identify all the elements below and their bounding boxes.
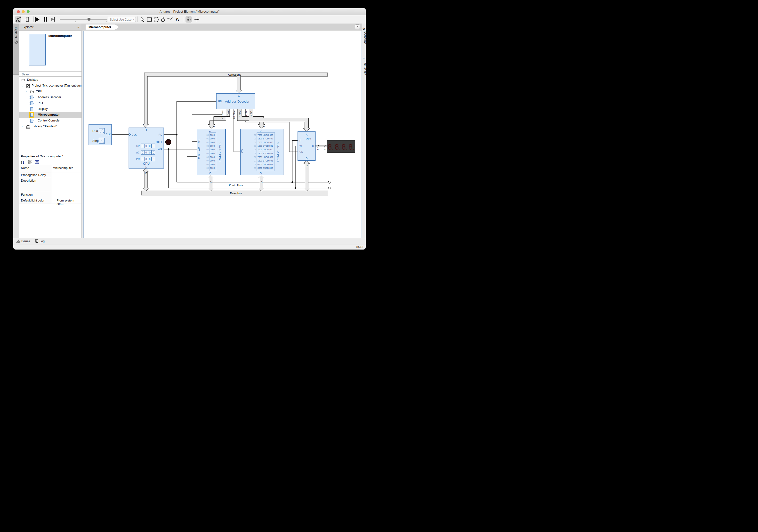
chip-view-button[interactable] (24, 16, 31, 22)
pio-block[interactable]: A PIO R W CS O D (298, 132, 316, 160)
terminal-rd[interactable] (328, 181, 330, 183)
window-title: Antares - Project Element "Microcomputer… (13, 10, 366, 13)
ram-pin-d: D (209, 172, 212, 174)
search-input[interactable] (19, 71, 82, 77)
tree-item-desktop[interactable]: Desktop (19, 77, 82, 83)
tree-item-label: Project "Microcomputer (Tannenbaum (32, 84, 82, 87)
tab-scenarios[interactable]: Scenarios (362, 31, 366, 44)
svg-text:0: 0 (149, 145, 150, 147)
svg-text:09: 09 (206, 167, 209, 169)
property-value-description[interactable] (51, 178, 82, 192)
schematic-canvas[interactable]: Adressbus Kontrollbus Datenbus 12 12 8 8… (84, 31, 362, 238)
text-tool-button[interactable]: A (174, 16, 180, 22)
decoder-title: Address Decoder (225, 99, 249, 103)
sort-az-icon[interactable]: A Z (21, 160, 25, 164)
close-tab-button[interactable]: ✕ (355, 24, 360, 29)
tree-item-project[interactable]: ⌵ Project "Microcomputer (Tannenbaum (19, 83, 82, 89)
issues-button[interactable]: Issues (21, 239, 30, 243)
checkbox-label: From system set… (57, 199, 82, 206)
property-value-function[interactable] (51, 192, 82, 198)
run-step-block[interactable]: Run Step CLK (89, 124, 112, 145)
tree-item-label: PIO (38, 101, 43, 105)
collapse-panel-button[interactable]: « (78, 23, 80, 31)
curve-tool-button[interactable] (167, 16, 173, 22)
bus-ram-d (208, 175, 214, 191)
polygon-tool-button[interactable] (160, 16, 167, 22)
ram-block[interactable]: A CS WR CLR D 000000 010000 020000 03000… (197, 129, 225, 175)
chevron-expanded-icon[interactable]: ⌵ (21, 85, 23, 87)
grid-toggle-button[interactable] (186, 16, 192, 22)
width-16: 16 (260, 180, 262, 183)
property-value-default-light-color: From system set… (51, 198, 82, 203)
width-12: 12 (234, 90, 237, 92)
property-value-propagation-delay[interactable] (51, 172, 82, 178)
width-12: 12 (141, 124, 144, 126)
issues-bar: Issues Log (13, 238, 366, 244)
rom-block[interactable]: A CS D 007000 LOCO 000 011800 STOD 800 0… (240, 129, 283, 175)
svg-text:0: 0 (142, 145, 143, 147)
svg-text:02: 02 (206, 141, 209, 143)
width-16: 16 (305, 164, 308, 167)
rectangle-tool-button[interactable] (146, 16, 153, 22)
canvas-tab-strip: Microcomputer (82, 23, 361, 31)
rom-pin-cs: CS (241, 149, 244, 153)
cpu-pin-a: A (145, 129, 147, 132)
seven-segment-display[interactable]: 8. 8. 8. 8. (327, 140, 355, 153)
tab-microcomputer[interactable]: Microcomputer (86, 24, 119, 30)
step-button[interactable] (50, 16, 56, 22)
properties-toolbar: A Z (21, 160, 39, 164)
terminal-wr[interactable] (328, 187, 330, 189)
svg-text:0000: 0000 (210, 134, 215, 136)
log-button[interactable]: Log (40, 239, 45, 243)
svg-text:8.: 8. (327, 143, 334, 151)
from-system-settings-checkbox[interactable] (53, 199, 56, 202)
app-window: Antares - Project Element "Microcomputer… (13, 8, 366, 250)
snap-crosshair-button[interactable] (194, 16, 200, 22)
run-button[interactable] (34, 16, 40, 22)
tree-item-address-decoder[interactable]: Address Decoder (19, 94, 82, 100)
svg-text:7000 LOCO 000: 7000 LOCO 000 (258, 148, 273, 151)
tab-use-cases[interactable]: Use Cases (362, 60, 366, 75)
properties-table: Name Microcomputer Propagation Delay Des… (19, 165, 82, 203)
chevron-collapsed-icon[interactable]: › (26, 90, 27, 93)
ellipse-tool-button[interactable] (153, 16, 159, 22)
svg-text:0000: 0000 (210, 163, 215, 166)
use-case-dropdown[interactable]: Select Use Case: ∨ (108, 17, 136, 22)
tree-item-control-console[interactable]: Control Console (19, 118, 82, 124)
tree-item-cpu-folder[interactable]: › CPU (19, 89, 82, 94)
list-view-icon[interactable] (35, 160, 39, 164)
slider-thumb[interactable] (87, 18, 90, 21)
categorized-view-icon[interactable] (28, 160, 32, 164)
explorer-side-tab[interactable]: Explorer (13, 23, 19, 75)
run-switch[interactable] (99, 128, 105, 134)
chevron-collapsed-icon[interactable]: › (22, 125, 22, 128)
svg-text:CS RAM: CS RAM (221, 111, 223, 119)
tree-item-label: Microcomputer (38, 113, 60, 116)
tree-item-microcomputer[interactable]: Microcomputer (19, 112, 82, 118)
property-value-name[interactable]: Microcomputer (51, 165, 82, 172)
svg-text:0000: 0000 (210, 145, 215, 147)
select-tool-button[interactable] (139, 16, 145, 22)
svg-text:0000: 0000 (210, 137, 215, 140)
pause-button[interactable] (42, 16, 49, 22)
tree-item-display[interactable]: Display (19, 106, 82, 112)
width-16: 16 (210, 180, 212, 183)
pio-pin-a: A (305, 133, 307, 136)
component-icon (29, 107, 34, 111)
svg-text:07: 07 (254, 159, 256, 162)
component-icon (29, 119, 34, 123)
speed-slider[interactable] (59, 16, 108, 23)
tree-item-pio[interactable]: PIO (19, 100, 82, 106)
width-8: 8 (263, 125, 265, 128)
run-label: Run (92, 129, 98, 133)
network-view-button[interactable] (15, 16, 21, 22)
svg-text:0: 0 (142, 151, 143, 154)
tree-item-library[interactable]: › Library "Standard" (19, 124, 82, 129)
element-preview-thumbnail[interactable] (29, 34, 46, 65)
svg-text:0: 0 (145, 151, 147, 154)
address-decoder-block[interactable]: A RD Address Decoder (216, 93, 255, 109)
svg-text:01: 01 (254, 137, 256, 140)
halt-led[interactable] (165, 139, 171, 145)
decoder-pin-a: A (238, 94, 240, 97)
cpu-block[interactable]: A CLK RD HALT WR SP AC PC (129, 128, 164, 168)
